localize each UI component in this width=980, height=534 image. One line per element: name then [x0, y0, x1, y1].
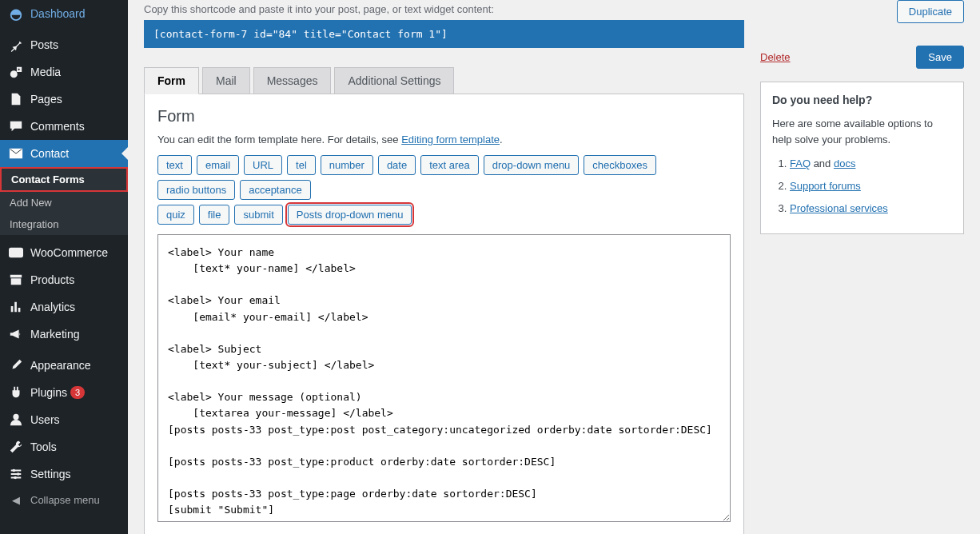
sidebar-item-woocommerce[interactable]: WooCommerce: [0, 239, 128, 266]
plugins-badge: 3: [70, 386, 85, 399]
help-item-1: FAQ and docs: [790, 155, 952, 173]
shortcode-box[interactable]: [contact-form-7 id="84" title="Contact f…: [144, 20, 744, 48]
woo-icon: [8, 245, 24, 261]
plug-icon: [8, 385, 24, 400]
media-icon: [8, 64, 24, 80]
dashboard-icon: [8, 6, 24, 22]
label: Products: [30, 273, 74, 286]
label: Analytics: [30, 301, 75, 313]
user-icon: [8, 412, 24, 428]
tag-quiz[interactable]: quiz: [157, 205, 194, 225]
sidebar-item-products[interactable]: Products: [0, 266, 128, 293]
tag-buttons-row1: text email URL tel number date text area…: [157, 155, 731, 200]
tag-url[interactable]: URL: [244, 155, 282, 175]
sidebar-item-settings[interactable]: Settings: [0, 460, 128, 488]
sidebar-item-marketing[interactable]: Marketing: [0, 321, 128, 348]
label: Media: [30, 66, 61, 78]
editor-tabs: Form Mail Messages Additional Settings: [144, 67, 744, 94]
support-link[interactable]: Support forums: [790, 180, 861, 192]
archive-icon: [8, 272, 24, 288]
delete-link[interactable]: Delete: [760, 51, 791, 63]
wrench-icon: [8, 439, 24, 455]
save-button[interactable]: Save: [916, 46, 964, 69]
svg-point-3: [13, 414, 18, 420]
form-template-editor[interactable]: [157, 234, 731, 522]
label: WooCommerce: [30, 246, 108, 259]
sidebar-item-plugins[interactable]: Plugins3: [0, 379, 128, 406]
submenu-contact-forms[interactable]: Contact Forms: [0, 167, 128, 192]
label: Contact: [30, 147, 69, 160]
sidebar-item-appearance[interactable]: Appearance: [0, 352, 128, 379]
faq-link[interactable]: FAQ: [790, 157, 811, 169]
tag-submit[interactable]: submit: [234, 205, 282, 225]
label: Dashboard: [30, 7, 86, 20]
sidebar-item-contact[interactable]: Contact: [0, 140, 128, 167]
svg-point-1: [10, 70, 18, 78]
docs-link[interactable]: docs: [834, 157, 855, 169]
admin-sidebar: Dashboard Posts Media Pages Comments Con…: [0, 0, 128, 534]
tab-messages[interactable]: Messages: [253, 67, 332, 94]
label: Posts: [30, 38, 58, 51]
svg-point-4: [13, 469, 16, 472]
label: Settings: [30, 468, 71, 480]
brush-icon: [8, 357, 24, 373]
tag-posts-dropdown[interactable]: Posts drop-down menu: [288, 205, 412, 225]
sidebar-submenu: Contact Forms Add New Integration: [0, 167, 128, 235]
tag-number[interactable]: number: [321, 155, 373, 175]
tag-radio[interactable]: radio buttons: [157, 180, 235, 200]
tag-text[interactable]: text: [157, 155, 192, 175]
submenu-add-new[interactable]: Add New: [0, 192, 128, 213]
help-text: Here are some available options to help …: [772, 116, 952, 147]
sidebar-item-tools[interactable]: Tools: [0, 433, 128, 460]
panel-hint: You can edit the form template here. For…: [157, 134, 731, 145]
label: Users: [30, 413, 60, 426]
submenu-integration[interactable]: Integration: [0, 213, 128, 235]
sidebar-item-users[interactable]: Users: [0, 406, 128, 433]
help-title: Do you need help?: [772, 94, 952, 106]
tag-email[interactable]: email: [197, 155, 239, 175]
form-panel: Form You can edit the form template here…: [144, 94, 744, 534]
page-icon: [8, 91, 24, 107]
help-box: Do you need help? Here are some availabl…: [760, 82, 964, 234]
svg-point-5: [17, 472, 20, 476]
svg-rect-2: [9, 248, 23, 258]
duplicate-button[interactable]: Duplicate: [897, 0, 964, 23]
collapse-icon: ◀: [8, 494, 24, 506]
sidebar-item-pages[interactable]: Pages: [0, 86, 128, 113]
slider-icon: [8, 466, 24, 482]
tag-file[interactable]: file: [199, 205, 230, 225]
label: Tools: [30, 440, 57, 453]
comment-icon: [8, 118, 24, 134]
shortcode-instruction: Copy this shortcode and paste it into yo…: [144, 3, 744, 15]
sidebar-item-media[interactable]: Media: [0, 58, 128, 86]
label: Appearance: [30, 359, 91, 372]
sidebar-item-analytics[interactable]: Analytics: [0, 293, 128, 321]
label: Pages: [30, 93, 62, 106]
tag-acceptance[interactable]: acceptance: [240, 180, 311, 200]
help-item-2: Support forums: [790, 177, 952, 195]
tag-tel[interactable]: tel: [287, 155, 316, 175]
tag-buttons-row2: quiz file submit Posts drop-down menu: [157, 205, 731, 225]
label: Comments: [30, 120, 85, 133]
tab-form[interactable]: Form: [144, 67, 199, 94]
label: Marketing: [30, 328, 79, 341]
megaphone-icon: [8, 326, 24, 342]
sidebar-item-comments[interactable]: Comments: [0, 113, 128, 140]
svg-point-6: [14, 476, 17, 480]
tag-checkboxes[interactable]: checkboxes: [584, 155, 656, 175]
label: Plugins: [30, 386, 67, 399]
tag-dropdown[interactable]: drop-down menu: [484, 155, 580, 175]
pro-services-link[interactable]: Professional services: [790, 202, 888, 214]
sidebar-item-posts[interactable]: Posts: [0, 31, 128, 58]
tab-mail[interactable]: Mail: [202, 67, 250, 94]
panel-title: Form: [157, 107, 731, 126]
tag-textarea[interactable]: text area: [420, 155, 479, 175]
tag-date[interactable]: date: [378, 155, 416, 175]
sidebar-item-dashboard[interactable]: Dashboard: [0, 0, 128, 27]
help-item-3: Professional services: [790, 200, 952, 217]
pin-icon: [8, 37, 24, 53]
collapse-menu[interactable]: ◀Collapse menu: [0, 488, 128, 512]
tab-additional-settings[interactable]: Additional Settings: [334, 67, 454, 94]
editing-template-link[interactable]: Editing form template: [401, 134, 500, 145]
chart-icon: [8, 299, 24, 315]
